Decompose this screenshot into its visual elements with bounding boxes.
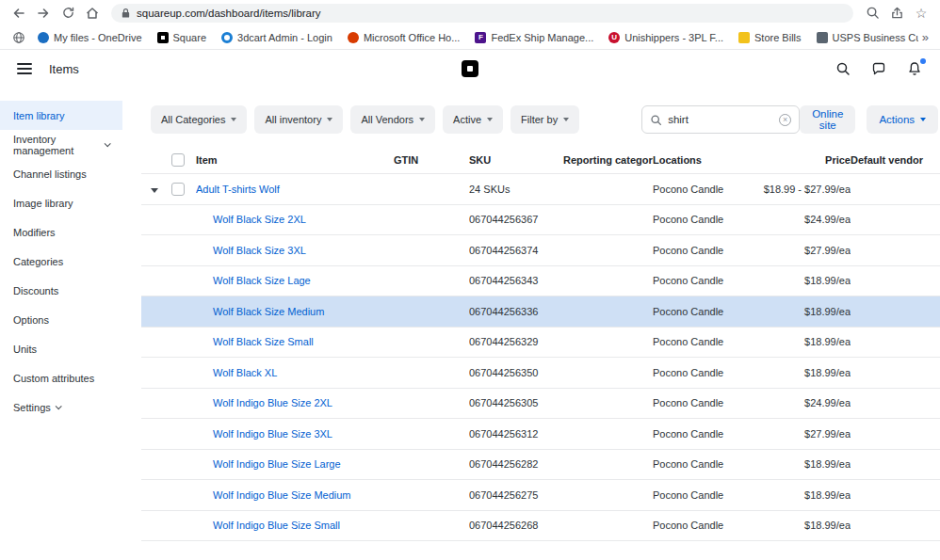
bookmark-3dcart-admin-login[interactable]: 3dcart Admin - Login (214, 29, 340, 46)
back-icon[interactable] (8, 3, 30, 24)
item-name-cell: Wolf Indigo Blue Size Large (196, 458, 394, 470)
globe-icon[interactable] (8, 27, 30, 48)
item-link[interactable]: Wolf Indigo Blue Size 2XL (213, 397, 332, 408)
column-gtin: GTIN (394, 154, 469, 166)
zoom-search-icon[interactable] (861, 3, 883, 24)
refresh-icon[interactable] (57, 3, 79, 24)
bookmarks-list: My files - OneDriveSquare3dcart Admin - … (30, 29, 918, 46)
bookmark-microsoft-office-ho[interactable]: Microsoft Office Ho... (340, 29, 468, 46)
table-row[interactable]: Wolf Indigo Blue Size 3XL067044256312Poc… (141, 419, 940, 450)
column-item: Item (196, 154, 394, 166)
table-row[interactable]: Adult T-shirts Wolf24 SKUsPocono Candle$… (141, 174, 940, 205)
table-row[interactable]: Wolf Indigo Blue Size Large067044256282P… (141, 450, 940, 481)
bookmark-label: FedEx Ship Manage... (491, 32, 593, 43)
bookmark-unishippers-3pl-f[interactable]: UUnishippers - 3PL F... (601, 29, 731, 46)
fedex-favicon: F (475, 32, 486, 43)
select-all-cell (171, 153, 196, 167)
sidebar-item-channel-listings[interactable]: Channel listings (0, 159, 122, 188)
item-link[interactable]: Wolf Black Size 2XL (213, 214, 306, 225)
forward-icon[interactable] (32, 3, 55, 24)
item-link[interactable]: Wolf Black Size Small (213, 336, 314, 347)
sidebar-item-options[interactable]: Options (0, 305, 122, 334)
table-row[interactable]: Wolf Black Size 3XL067044256374Pocono Ca… (141, 235, 940, 266)
table-row[interactable]: Wolf Black Size Medium067044256336Pocono… (141, 296, 940, 328)
item-link[interactable]: Wolf Black XL (213, 367, 277, 378)
square-logo (462, 60, 478, 77)
table-row[interactable]: Wolf Black Size 2XL067044256367Pocono Ca… (141, 205, 940, 236)
actions-button[interactable]: Actions (867, 105, 938, 134)
item-link[interactable]: Wolf Indigo Blue Size 3XL (213, 428, 332, 440)
bookmark-star-icon[interactable]: ☆ (910, 3, 932, 24)
home-icon[interactable] (81, 3, 104, 24)
filter-all-vendors[interactable]: All Vendors (350, 105, 435, 134)
table-row[interactable]: Wolf Indigo Blue Size 2XL067044256305Poc… (141, 389, 940, 420)
sidebar-item-image-library[interactable]: Image library (0, 188, 122, 217)
row-checkbox[interactable] (171, 183, 185, 196)
table-row[interactable]: Wolf Black Size Lage067044256343Pocono C… (141, 266, 940, 297)
sidebar-item-settings[interactable]: Settings (0, 392, 122, 422)
chevron-down-icon (563, 118, 569, 121)
price-cell: $27.99/ea (747, 428, 851, 440)
sidebar: Item libraryInventory managementChannel … (0, 88, 141, 560)
bookmark-fedex-ship-manage[interactable]: FFedEx Ship Manage... (467, 29, 601, 46)
item-link[interactable]: Wolf Black Size Medium (213, 306, 324, 317)
main-content: All CategoriesAll inventoryAll VendorsAc… (141, 88, 940, 560)
online-site-button[interactable]: Online site (800, 105, 855, 134)
table-row[interactable]: Wolf Black XL067044256350Pocono Candle$1… (141, 358, 940, 389)
locations-cell: Pocono Candle (653, 275, 747, 286)
sidebar-item-inventory-management[interactable]: Inventory management (0, 130, 122, 159)
item-link[interactable]: Wolf Black Size Lage (213, 275, 311, 286)
clear-search-icon[interactable]: × (779, 114, 791, 126)
sidebar-item-item-library[interactable]: Item library (0, 101, 122, 130)
search-box[interactable]: × (641, 105, 800, 134)
filter-filter-by[interactable]: Filter by (511, 105, 579, 134)
search-icon[interactable] (835, 60, 851, 77)
collapse-chevron-icon[interactable] (151, 188, 158, 193)
item-name-cell: Wolf Black Size Medium (196, 306, 394, 317)
bookmark-square[interactable]: Square (150, 29, 214, 46)
sidebar-item-categories[interactable]: Categories (0, 247, 122, 276)
filter-label: All inventory (265, 114, 321, 125)
sidebar-item-discounts[interactable]: Discounts (0, 276, 122, 305)
item-link[interactable]: Wolf Indigo Blue Size Large (213, 458, 341, 470)
filter-active[interactable]: Active (443, 105, 503, 134)
store-bills-favicon (738, 32, 750, 43)
messages-icon[interactable] (870, 60, 887, 77)
header-icons (835, 60, 923, 77)
table-row[interactable]: Wolf Black Size Small067044256329Pocono … (141, 328, 940, 359)
sidebar-item-units[interactable]: Units (0, 334, 122, 363)
price-cell: $27.99/ea (747, 245, 851, 256)
table-body: Adult T-shirts Wolf24 SKUsPocono Candle$… (141, 174, 940, 541)
item-name-cell: Wolf Indigo Blue Size 2XL (196, 397, 394, 408)
table-row[interactable]: Wolf Indigo Blue Size Small067044256268P… (141, 511, 940, 542)
sku-cell: 067044256305 (469, 397, 563, 408)
notifications-bell-icon[interactable] (906, 60, 923, 77)
bookmark-usps-business-cust[interactable]: USPS Business Cust... (809, 29, 918, 46)
filter-label: All Vendors (361, 114, 413, 125)
item-link[interactable]: Wolf Indigo Blue Size Small (213, 520, 340, 531)
bookmark-my-files-onedrive[interactable]: My files - OneDrive (30, 29, 150, 46)
sidebar-item-modifiers[interactable]: Modifiers (0, 217, 122, 247)
item-name-cell: Wolf Indigo Blue Size Medium (196, 489, 394, 501)
item-link[interactable]: Adult T-shirts Wolf (196, 184, 280, 195)
item-link[interactable]: Wolf Black Size 3XL (213, 245, 306, 256)
item-link[interactable]: Wolf Indigo Blue Size Medium (213, 489, 351, 501)
column-price: Price (747, 154, 851, 166)
sku-cell: 067044256367 (469, 214, 563, 225)
chevron-down-icon (327, 118, 332, 121)
bookmarks-overflow-icon[interactable]: » (918, 30, 932, 44)
filter-all-categories[interactable]: All Categories (151, 105, 247, 134)
table-row[interactable]: Wolf Indigo Blue Size Medium067044256275… (141, 480, 940, 511)
filter-all-inventory[interactable]: All inventory (254, 105, 343, 134)
library-search-input[interactable] (668, 114, 773, 125)
locations-cell: Pocono Candle (653, 489, 747, 501)
sidebar-item-label: Discounts (13, 285, 58, 296)
menu-icon[interactable] (17, 63, 32, 74)
sidebar-item-label: Settings (13, 402, 51, 413)
sidebar-item-custom-attributes[interactable]: Custom attributes (0, 363, 122, 392)
bookmark-store-bills[interactable]: Store Bills (731, 29, 809, 46)
sku-cell: 067044256336 (469, 306, 563, 317)
address-bar[interactable]: squareup.com/dashboard/items/library (111, 4, 853, 23)
share-icon[interactable] (885, 3, 908, 24)
select-all-checkbox[interactable] (171, 153, 185, 167)
